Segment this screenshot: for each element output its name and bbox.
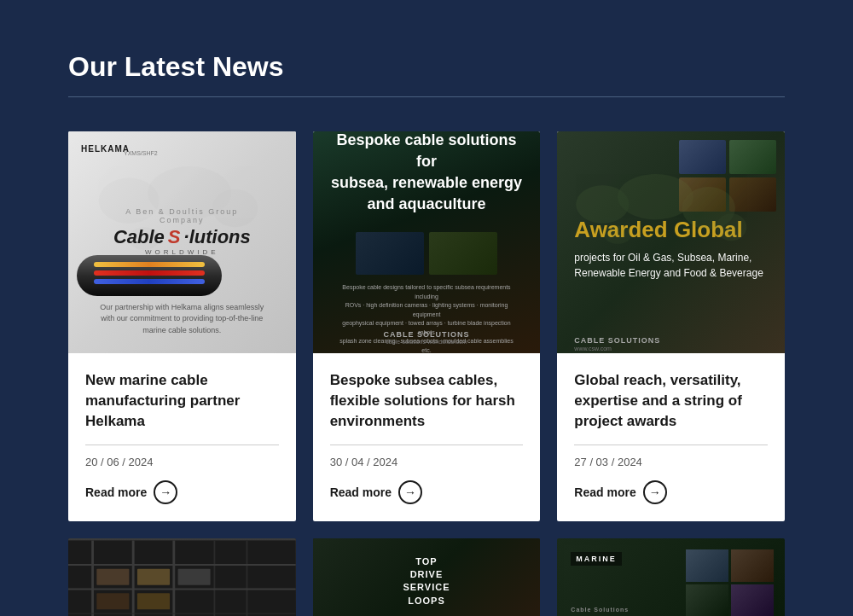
arrow-icon-2: → (398, 480, 422, 504)
card-image-content-1: HELKAMA YXMS/SHF2 A Ben & Doultis Group … (68, 131, 296, 353)
subsea-images-row (330, 232, 524, 275)
news-card-1: HELKAMA YXMS/SHF2 A Ben & Doultis Group … (68, 131, 296, 521)
read-more-text-3: Read more (574, 485, 635, 499)
card-title-2: Bespoke subsea cables, flexible solution… (330, 370, 524, 431)
card-description-1: Our partnership with Helkama aligns seam… (85, 302, 279, 337)
svg-rect-19 (137, 569, 170, 585)
cable-wire-1 (94, 262, 205, 267)
brand-olutions: ·lutions (184, 226, 251, 248)
marine-bg: MARINE Cable Solutions (564, 545, 778, 616)
top-drive-label: TOPDRIVESERVICELOOPS (403, 555, 450, 608)
bottom-card-1[interactable] (68, 538, 296, 616)
card-divider-2 (330, 445, 524, 445)
brand-name-row: Cable S ·lutions (113, 226, 251, 248)
card-date-2: 30 / 04 / 2024 (330, 456, 524, 468)
svg-point-8 (604, 225, 631, 243)
bottom-grid: TOPDRIVESERVICELOOPS MARINE (68, 538, 785, 616)
subsea-thumb-1 (356, 232, 424, 275)
card-image-2: Bespoke cable solutions forsubsea, renew… (313, 131, 541, 353)
arrow-icon-3: → (643, 480, 667, 504)
top-drive-text-box: TOPDRIVESERVICELOOPS (403, 555, 450, 608)
arrow-icon-1: → (154, 480, 177, 504)
cable-wire-2 (94, 270, 205, 276)
subsea-overlay: Bespoke cable solutions forsubsea, renew… (313, 131, 541, 353)
read-more-text-2: Read more (330, 485, 392, 499)
card-divider-3 (574, 445, 768, 445)
brand-cable: Cable (113, 226, 165, 248)
svg-point-5 (618, 174, 693, 219)
title-divider (68, 96, 785, 97)
read-more-link-3[interactable]: Read more → (574, 480, 768, 504)
card-image-3: Awarded Global projects for Oil & Gas, S… (557, 131, 785, 353)
marine-overlay: MARINE Cable Solutions (557, 538, 785, 616)
cable-cylinder (77, 255, 222, 296)
marine-label-container: MARINE (571, 552, 622, 566)
subsea-headline: Bespoke cable solutions forsubsea, renew… (330, 131, 524, 215)
warehouse-visual (68, 538, 296, 616)
marine-thumb-1 (686, 549, 728, 582)
bottom-card-2[interactable]: TOPDRIVESERVICELOOPS (313, 538, 541, 616)
read-more-link-1[interactable]: Read more → (85, 480, 279, 504)
brand-company-tag: A Ben & Doultis Group Company (113, 207, 251, 224)
card-body-1: New marine cable manufacturing partner H… (68, 353, 296, 521)
read-more-text-1: Read more (85, 485, 147, 499)
global-overlay: Awarded Global projects for Oil & Gas, S… (557, 131, 785, 353)
svg-rect-21 (137, 594, 170, 610)
cable-wire-3 (94, 279, 205, 284)
global-map-svg (557, 131, 785, 353)
brand-s: S (168, 226, 181, 248)
subsea-footer: CABLE SOLUTIONS cable-solutions-worldwid… (383, 330, 469, 345)
global-footer-url: www.csw.com (574, 346, 612, 352)
bottom-card-3[interactable]: MARINE Cable Solutions (557, 538, 785, 616)
section-title: Our Latest News (68, 51, 785, 83)
helkama-brand-tag: HELKAMA (81, 144, 130, 154)
svg-rect-18 (96, 569, 129, 585)
marine-thumbs (686, 549, 774, 616)
marine-label: MARINE (571, 552, 622, 566)
card-title-1: New marine cable manufacturing partner H… (85, 370, 279, 431)
card-body-2: Bespoke subsea cables, flexible solution… (313, 353, 541, 521)
svg-rect-22 (178, 569, 211, 585)
card-date-3: 27 / 03 / 2024 (574, 456, 768, 468)
news-card-3: Awarded Global projects for Oil & Gas, S… (557, 131, 785, 521)
card-date-1: 20 / 06 / 2024 (85, 456, 279, 468)
card-title-3: Global reach, versatility, expertise and… (574, 370, 768, 431)
helkama-sub: YXMS/SHF2 (124, 150, 158, 156)
cable-visual (77, 255, 230, 302)
news-card-2: Bespoke cable solutions forsubsea, renew… (313, 131, 541, 521)
marine-thumb-2 (731, 549, 774, 582)
marine-thumb-3 (686, 584, 728, 616)
card-image-1: HELKAMA YXMS/SHF2 A Ben & Doultis Group … (68, 131, 296, 353)
top-drive-bg: TOPDRIVESERVICELOOPS (313, 538, 541, 616)
news-grid: HELKAMA YXMS/SHF2 A Ben & Doultis Group … (68, 131, 785, 521)
svg-point-7 (717, 213, 747, 241)
subsea-thumb-2 (429, 232, 497, 275)
read-more-link-2[interactable]: Read more → (330, 480, 524, 504)
global-footer: CABLE SOLUTIONS (574, 336, 660, 345)
card-divider-1 (85, 445, 279, 445)
card-body-3: Global reach, versatility, expertise and… (557, 353, 785, 521)
warehouse-svg (68, 538, 296, 616)
page-container: Our Latest News HELKAMA YXMS/SHF2 A (0, 0, 853, 616)
svg-rect-20 (96, 594, 129, 610)
marine-thumb-4 (731, 584, 774, 616)
marine-footer: Cable Solutions (571, 607, 629, 613)
